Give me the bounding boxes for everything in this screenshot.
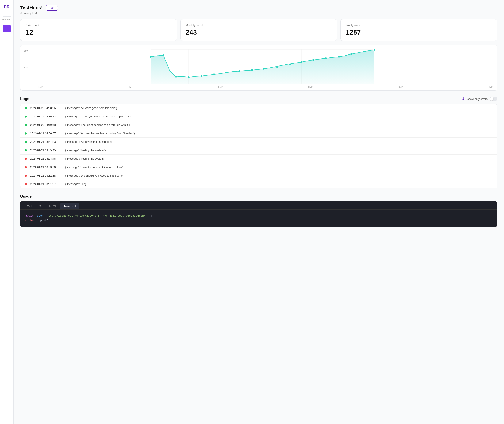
log-message: {"message":"Testing the system"} <box>65 149 105 152</box>
status-dot <box>25 141 27 143</box>
log-message: {"message":"Testing the system"} <box>65 157 105 160</box>
stat-card-monthly: Monthly count 243 <box>180 19 337 41</box>
chart-container: 250 125 <box>20 45 497 91</box>
svg-point-25 <box>363 51 365 52</box>
chart-x-labels: 03/01 08/01 13/01 18/01 23/01 28/01 <box>38 86 494 88</box>
logs-table: 2024-01-25 14:38:36{"message":"All looks… <box>20 104 497 188</box>
stats-row: Daily count 12 Monthly count 243 Yearly … <box>20 19 497 41</box>
log-message: {"message":"Hi!"} <box>65 182 86 186</box>
logs-controls: ⬇ Show only errors <box>461 96 497 101</box>
usage-section: Usage CurlGoHTMLJavascript await fetch('… <box>20 194 497 227</box>
show-errors-toggle[interactable] <box>490 97 497 101</box>
logs-title: Logs <box>20 97 29 101</box>
log-row[interactable]: 2024-01-25 14:38:36{"message":"All looks… <box>20 104 497 112</box>
x-label-2: 13/01 <box>218 86 224 88</box>
log-timestamp: 2024-01-25 14:36:13 <box>30 115 62 118</box>
download-icon[interactable]: ⬇ <box>461 96 465 101</box>
stat-card-daily: Daily count 12 <box>20 19 177 41</box>
svg-point-11 <box>188 76 190 78</box>
log-timestamp: 2024-01-21 13:41:23 <box>30 140 62 143</box>
svg-point-26 <box>373 50 375 51</box>
log-timestamp: 2024-01-21 13:31:37 <box>30 182 62 186</box>
status-dot <box>25 132 27 135</box>
svg-point-13 <box>213 74 215 75</box>
log-message: {"message":"Could you send me the invoic… <box>65 115 131 118</box>
logs-table-wrapper: 2024-01-25 14:38:36{"message":"All looks… <box>20 104 497 188</box>
log-timestamp: 2024-01-21 14:30:07 <box>30 132 62 135</box>
logs-header: Logs ⬇ Show only errors <box>20 96 497 101</box>
x-label-5: 28/01 <box>488 86 494 88</box>
log-row[interactable]: 2024-01-21 13:35:45{"message":"Testing t… <box>20 146 497 155</box>
stat-card-yearly: Yearly count 1257 <box>340 19 497 41</box>
code-tab-javascript[interactable]: Javascript <box>60 203 79 209</box>
stat-yearly-label: Yearly count <box>346 24 492 27</box>
log-timestamp: 2024-01-25 14:19:48 <box>30 123 62 126</box>
x-label-0: 03/01 <box>38 86 44 88</box>
svg-point-12 <box>201 75 202 77</box>
status-dot <box>25 175 27 177</box>
log-row[interactable]: 2024-01-21 13:32:38{"message":"We should… <box>20 171 497 180</box>
log-message: {"message":"I love this new notification… <box>65 166 123 169</box>
svg-point-20 <box>301 61 302 63</box>
svg-point-22 <box>325 57 327 59</box>
log-message: {"message":"All is working as expected"} <box>65 140 114 143</box>
svg-point-19 <box>289 64 291 65</box>
x-label-3: 18/01 <box>308 86 314 88</box>
stat-monthly-value: 243 <box>186 29 332 36</box>
status-dot <box>25 183 27 185</box>
sidebar: no Unlimited <box>0 0 13 424</box>
code-line: await fetch('http://localhost:4042/h/200… <box>25 214 492 218</box>
edit-button[interactable]: Edit <box>46 5 58 11</box>
chart-y-125: 125 <box>24 66 28 69</box>
status-dot <box>25 107 27 109</box>
svg-point-23 <box>338 56 340 58</box>
show-errors-label: Show only errors <box>467 97 487 100</box>
log-timestamp: 2024-01-21 13:34:46 <box>30 157 62 160</box>
code-container: CurlGoHTMLJavascript await fetch('http:/… <box>20 201 497 227</box>
log-timestamp: 2024-01-25 14:38:36 <box>30 106 62 110</box>
logo: no <box>4 3 10 9</box>
log-row[interactable]: 2024-01-21 13:31:37{"message":"Hi!"} <box>20 180 497 188</box>
stat-monthly-label: Monthly count <box>186 24 332 27</box>
log-row[interactable]: 2024-01-21 13:33:26{"message":"I love th… <box>20 163 497 171</box>
code-tab-go[interactable]: Go <box>36 203 46 209</box>
log-row[interactable]: 2024-01-25 14:36:13{"message":"Could you… <box>20 112 497 121</box>
log-message: {"message":"The client decided to go thr… <box>65 123 130 126</box>
status-dot <box>25 166 27 168</box>
chart-svg <box>31 50 494 84</box>
x-label-1: 08/01 <box>128 86 134 88</box>
log-timestamp: 2024-01-21 13:33:26 <box>30 166 62 169</box>
stat-daily-value: 12 <box>25 29 172 36</box>
x-label-4: 23/01 <box>398 86 404 88</box>
code-tabs: CurlGoHTMLJavascript <box>20 201 497 210</box>
log-row[interactable]: 2024-01-21 13:41:23{"message":"All is wo… <box>20 138 497 146</box>
code-body: await fetch('http://localhost:4042/h/200… <box>20 210 497 227</box>
log-timestamp: 2024-01-21 13:35:45 <box>30 149 62 152</box>
svg-point-8 <box>150 56 152 58</box>
log-row[interactable]: 2024-01-21 13:34:46{"message":"Testing t… <box>20 155 497 163</box>
status-dot <box>25 116 27 118</box>
code-line: method: 'post', <box>25 218 492 223</box>
logs-section: Logs ⬇ Show only errors 2024-01-25 14:38… <box>20 96 497 188</box>
sidebar-unlimited-label: Unlimited <box>2 19 11 21</box>
log-message: {"message":"We should've moved to this s… <box>65 174 125 177</box>
log-message: {"message":"An user has registered today… <box>65 132 135 135</box>
header: TestHook! Edit <box>20 5 497 11</box>
page-description: A description! <box>20 12 497 15</box>
sidebar-purple-box[interactable] <box>3 25 11 32</box>
sidebar-divider <box>3 23 11 24</box>
svg-point-21 <box>312 59 314 61</box>
code-tab-curl[interactable]: Curl <box>24 203 36 209</box>
code-tab-html[interactable]: HTML <box>46 203 60 209</box>
chart-y-250: 250 <box>24 50 28 52</box>
status-dot <box>25 149 27 151</box>
svg-point-18 <box>277 66 278 68</box>
svg-point-14 <box>225 72 227 74</box>
main-content: TestHook! Edit A description! Daily coun… <box>13 0 504 424</box>
log-row[interactable]: 2024-01-25 14:19:48{"message":"The clien… <box>20 121 497 129</box>
svg-point-16 <box>251 69 253 71</box>
log-row[interactable]: 2024-01-21 14:30:07{"message":"An user h… <box>20 129 497 138</box>
page-title: TestHook! <box>20 5 43 11</box>
svg-point-24 <box>350 53 352 55</box>
svg-point-15 <box>239 70 240 72</box>
